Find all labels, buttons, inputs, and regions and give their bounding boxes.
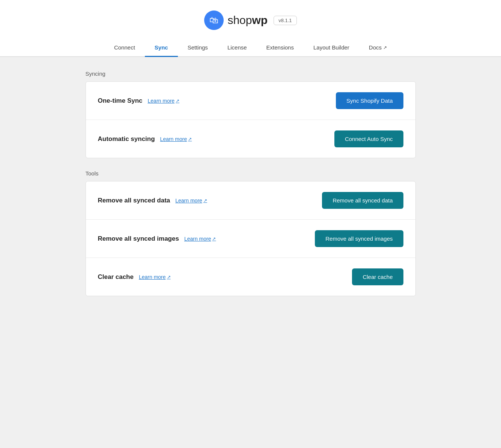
nav-item-license[interactable]: License xyxy=(218,39,257,57)
one-time-sync-row: One-time Sync Learn more ↗ Sync Shopify … xyxy=(86,82,415,120)
remove-synced-data-button[interactable]: Remove all synced data xyxy=(322,192,403,209)
syncing-section-label: Syncing xyxy=(86,70,416,77)
external-icon: ↗ xyxy=(212,236,216,241)
clear-cache-learn-more[interactable]: Learn more ↗ xyxy=(139,274,171,280)
one-time-sync-label: One-time Sync xyxy=(98,97,143,105)
external-icon: ↗ xyxy=(203,198,207,203)
tools-card: Remove all synced data Learn more ↗ Remo… xyxy=(86,181,416,296)
automatic-syncing-learn-more[interactable]: Learn more ↗ xyxy=(160,136,192,142)
one-time-sync-learn-more[interactable]: Learn more ↗ xyxy=(148,98,180,104)
automatic-syncing-row: Automatic syncing Learn more ↗ Connect A… xyxy=(86,120,415,158)
header: 🛍 shopwp v8.1.1 Connect Sync Settings Li… xyxy=(0,0,501,57)
external-icon: ↗ xyxy=(167,274,171,280)
nav-item-settings[interactable]: Settings xyxy=(178,39,218,57)
clear-cache-button[interactable]: Clear cache xyxy=(352,268,403,285)
sync-shopify-data-button[interactable]: Sync Shopify Data xyxy=(336,92,403,109)
external-icon: ↗ xyxy=(188,136,192,142)
remove-synced-data-row: Remove all synced data Learn more ↗ Remo… xyxy=(86,181,415,220)
nav-item-docs[interactable]: Docs ↗ xyxy=(359,39,397,57)
nav-item-layout-builder[interactable]: Layout Builder xyxy=(304,39,359,57)
app-name-plain: shop xyxy=(227,14,252,26)
nav-item-connect[interactable]: Connect xyxy=(104,39,145,57)
external-icon: ↗ xyxy=(176,98,179,103)
nav-item-sync[interactable]: Sync xyxy=(145,39,178,57)
syncing-card: One-time Sync Learn more ↗ Sync Shopify … xyxy=(86,81,416,158)
main-content: Syncing One-time Sync Learn more ↗ Sync … xyxy=(78,57,423,322)
main-nav: Connect Sync Settings License Extensions… xyxy=(0,39,501,57)
automatic-syncing-label: Automatic syncing xyxy=(98,135,155,143)
connect-auto-sync-button[interactable]: Connect Auto Sync xyxy=(334,130,403,147)
remove-synced-images-label: Remove all synced images xyxy=(98,235,179,243)
external-link-icon: ↗ xyxy=(383,45,387,50)
remove-synced-data-learn-more[interactable]: Learn more ↗ xyxy=(175,198,207,204)
tools-section-label: Tools xyxy=(86,170,416,177)
app-logo-icon: 🛍 xyxy=(204,10,224,30)
remove-synced-data-label: Remove all synced data xyxy=(98,197,170,204)
remove-synced-images-learn-more[interactable]: Learn more ↗ xyxy=(184,236,216,242)
clear-cache-row: Clear cache Learn more ↗ Clear cache xyxy=(86,258,415,296)
remove-synced-images-button[interactable]: Remove all synced images xyxy=(315,230,403,247)
remove-synced-images-row: Remove all synced images Learn more ↗ Re… xyxy=(86,220,415,258)
app-name: shopwp xyxy=(227,14,268,27)
clear-cache-label: Clear cache xyxy=(98,273,134,281)
app-name-bold: wp xyxy=(252,14,268,26)
nav-item-extensions[interactable]: Extensions xyxy=(257,39,304,57)
logo-area: 🛍 shopwp v8.1.1 xyxy=(0,10,501,30)
version-badge: v8.1.1 xyxy=(274,16,296,25)
